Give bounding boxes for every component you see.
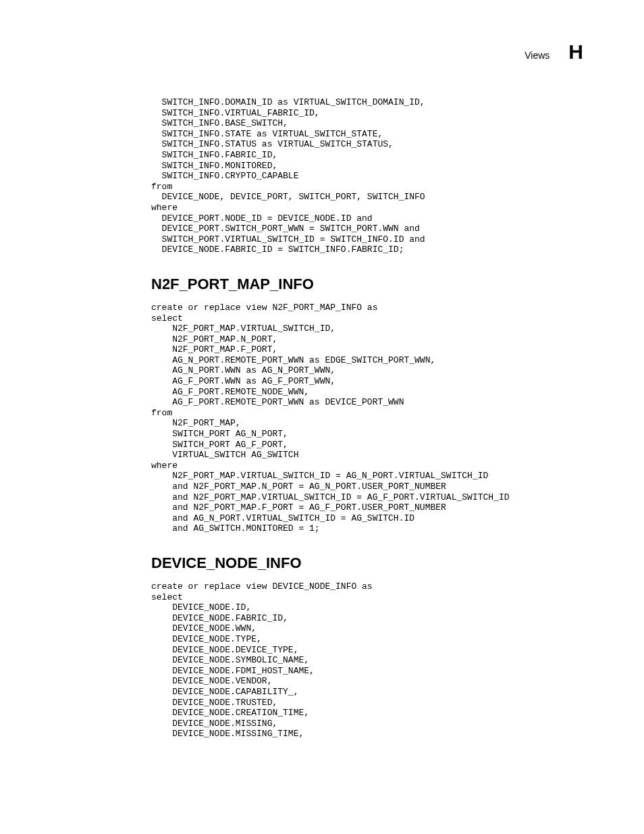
code-block-1: SWITCH_INFO.DOMAIN_ID as VIRTUAL_SWITCH_… [151,97,583,255]
heading-device-node-info: DEVICE_NODE_INFO [151,554,583,572]
code-block-3: create or replace view DEVICE_NODE_INFO … [151,581,583,739]
heading-n2f-port-map-info: N2F_PORT_MAP_INFO [151,276,583,293]
header-appendix-letter: H [568,41,583,63]
header-section-label: Views [525,50,549,61]
page: Views H SWITCH_INFO.DOMAIN_ID as VIRTUAL… [0,0,644,834]
page-content: SWITCH_INFO.DOMAIN_ID as VIRTUAL_SWITCH_… [151,97,583,739]
page-header: Views H [61,41,583,63]
code-block-2: create or replace view N2F_PORT_MAP_INFO… [151,303,583,534]
